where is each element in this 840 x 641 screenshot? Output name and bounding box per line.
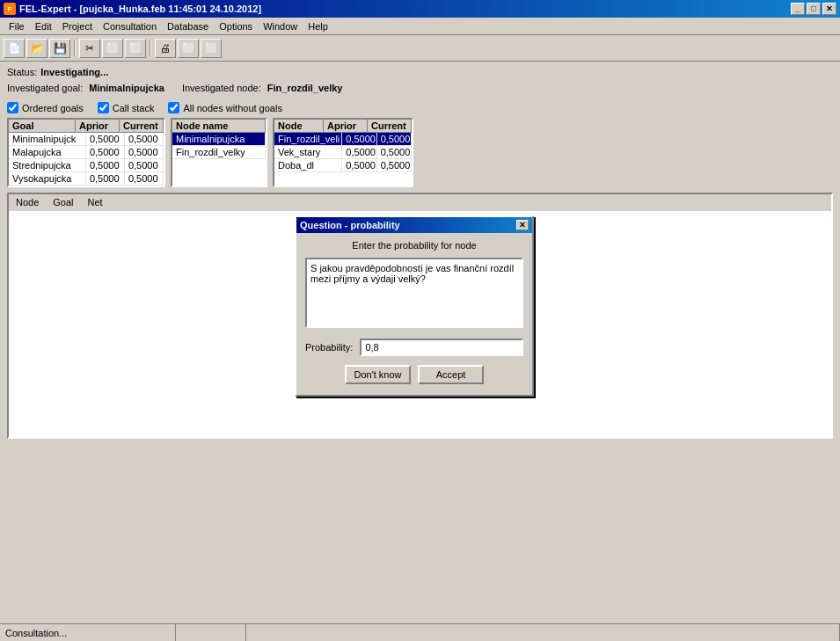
dialog-close-button[interactable]: ✕ [516, 220, 529, 230]
dialog-probability-row: Probability: [305, 339, 523, 356]
dialog-question-text [305, 258, 523, 328]
accept-button[interactable]: Accept [418, 365, 484, 384]
dialog-buttons: Don't know Accept [305, 365, 523, 384]
dialog-subtitle: Enter the probability for node [305, 240, 523, 251]
question-probability-dialog: Question - probability ✕ Enter the proba… [295, 215, 534, 397]
modal-overlay: Question - probability ✕ Enter the proba… [0, 0, 840, 641]
dialog-title: Question - probability [300, 220, 400, 230]
probability-label: Probability: [305, 342, 353, 353]
probability-input[interactable] [360, 339, 523, 356]
dialog-body: Enter the probability for node Probabili… [296, 233, 532, 395]
dialog-title-bar: Question - probability ✕ [296, 217, 532, 233]
dont-know-button[interactable]: Don't know [345, 365, 411, 384]
